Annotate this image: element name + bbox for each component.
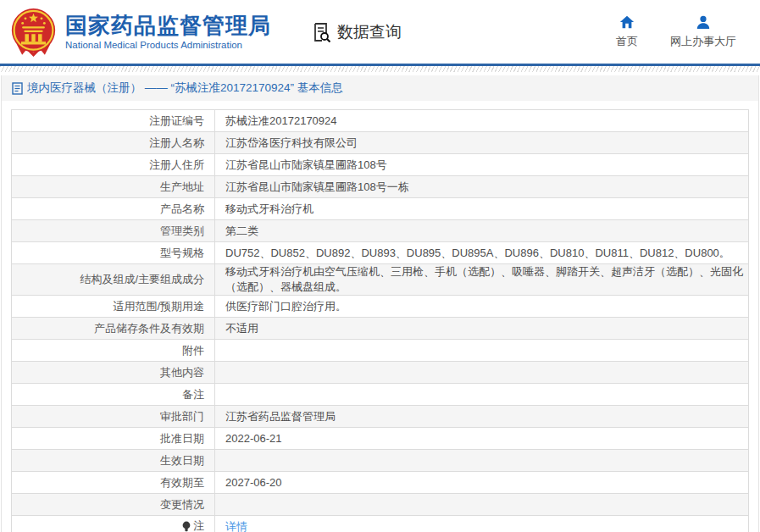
row-label: 型号规格 — [12, 242, 215, 264]
row-label-text: 注册人名称 — [149, 136, 204, 151]
row-label: 审批部门 — [12, 406, 215, 428]
row-label-text: 注册人住所 — [149, 158, 204, 173]
record-table-body: 注册证编号苏械注准20172170924注册人名称江苏岱洛医疗科技有限公司注册人… — [12, 110, 749, 532]
row-label: 附件 — [12, 340, 215, 362]
nmpa-logo: 国家药品监督管理局 National Medical Products Admi… — [10, 8, 271, 57]
site-subtitle: National Medical Products Administration — [65, 40, 271, 50]
row-label: 产品储存条件及有效期 — [12, 318, 215, 340]
row-value — [215, 340, 749, 362]
row-value: 2027-06-20 — [215, 472, 749, 494]
row-label: 备注 — [12, 384, 215, 406]
row-label-text: 适用范围/预期用途 — [113, 299, 204, 314]
row-label-text: 产品储存条件及有效期 — [94, 321, 204, 336]
nav-home[interactable]: 首页 — [616, 14, 638, 49]
row-value: 2022-06-21 — [215, 428, 749, 450]
row-label: 生产地址 — [12, 176, 215, 198]
table-row: 适用范围/预期用途供医疗部门口腔治疗用。 — [12, 296, 749, 318]
registration-detail-table-wrap: 注册证编号苏械注准20172170924注册人名称江苏岱洛医疗科技有限公司注册人… — [11, 109, 749, 532]
row-label-text: 生效日期 — [160, 453, 204, 468]
table-row: 备注 — [12, 384, 749, 406]
row-value — [215, 450, 749, 472]
table-row: 生效日期 — [12, 450, 749, 472]
row-label: 批准日期 — [12, 428, 215, 450]
row-value — [215, 494, 749, 516]
data-query-icon — [312, 22, 332, 42]
table-row: 结构及组成/主要组成成分移动式牙科治疗机由空气压缩机、三用枪、手机（选配）、吸唾… — [12, 264, 749, 296]
table-row: 生产地址江苏省昆山市陆家镇星圃路108号一栋 — [12, 176, 749, 198]
table-row: 注册证编号苏械注准20172170924 — [12, 110, 749, 132]
main-content: 境内医疗器械（注册） —— “苏械注准20172170924” 基本信息 注册证… — [1, 75, 759, 532]
row-label: 管理类别 — [12, 220, 215, 242]
table-row: 型号规格DU752、DU852、DU892、DU893、DU895、DU895A… — [12, 242, 749, 264]
home-icon — [619, 14, 635, 30]
breadcrumb-text: 境内医疗器械（注册） —— “苏械注准20172170924” 基本信息 — [27, 80, 343, 96]
row-label: 其他内容 — [12, 362, 215, 384]
table-row: 产品储存条件及有效期不适用 — [12, 318, 749, 340]
row-label: 生效日期 — [12, 450, 215, 472]
row-value: 详情 — [215, 516, 749, 532]
nav-online-hall-label: 网上办事大厅 — [670, 34, 736, 49]
details-link[interactable]: 详情 — [225, 520, 247, 532]
table-row: 注册人名称江苏岱洛医疗科技有限公司 — [12, 132, 749, 154]
row-label-text: 批准日期 — [160, 431, 204, 446]
row-value: 江苏省昆山市陆家镇星圃路108号一栋 — [215, 176, 749, 198]
table-row: 产品名称移动式牙科治疗机 — [12, 198, 749, 220]
row-label-text: 注 — [193, 518, 204, 532]
table-row: 其他内容 — [12, 362, 749, 384]
header-nav: 首页 网上办事大厅 — [616, 14, 736, 49]
row-label: 注 — [12, 516, 215, 532]
row-label-text: 审批部门 — [160, 409, 204, 424]
row-label-text: 附件 — [182, 343, 204, 358]
table-row: 附件 — [12, 340, 749, 362]
row-value: 移动式牙科治疗机由空气压缩机、三用枪、手机（选配）、吸唾器、脚踏开关、超声洁牙（… — [215, 264, 749, 296]
row-label: 有效期至 — [12, 472, 215, 494]
row-value: 不适用 — [215, 318, 749, 340]
row-value: 江苏省昆山市陆家镇星圃路108号 — [215, 154, 749, 176]
document-icon — [12, 82, 23, 95]
row-label-text: 管理类别 — [160, 224, 204, 239]
table-row: 管理类别第二类 — [12, 220, 749, 242]
table-row: 批准日期2022-06-21 — [12, 428, 749, 450]
row-label-text: 生产地址 — [160, 180, 204, 195]
user-icon — [696, 14, 711, 30]
data-query-section[interactable]: 数据查询 — [312, 21, 402, 43]
row-value: 移动式牙科治疗机 — [215, 198, 749, 220]
row-label: 结构及组成/主要组成成分 — [12, 264, 215, 296]
national-emblem-icon — [10, 8, 57, 57]
row-label: 产品名称 — [12, 198, 215, 220]
nav-online-hall[interactable]: 网上办事大厅 — [670, 14, 736, 49]
registration-detail-table: 注册证编号苏械注准20172170924注册人名称江苏岱洛医疗科技有限公司注册人… — [11, 109, 749, 532]
row-value: 江苏岱洛医疗科技有限公司 — [215, 132, 749, 154]
hatch-strip — [0, 66, 760, 72]
table-row: 注册人住所江苏省昆山市陆家镇星圃路108号 — [12, 154, 749, 176]
row-label: 注册证编号 — [12, 110, 215, 132]
row-label-text: 变更情况 — [160, 497, 204, 513]
row-value: 第二类 — [215, 220, 749, 242]
row-value: 苏械注准20172170924 — [215, 110, 749, 132]
row-label-text: 结构及组成/主要组成成分 — [80, 272, 204, 287]
table-row: 变更情况 — [12, 494, 749, 516]
page-header: 国家药品监督管理局 National Medical Products Admi… — [0, 0, 760, 64]
row-label-text: 注册证编号 — [149, 114, 204, 129]
breadcrumb: 境内医疗器械（注册） —— “苏械注准20172170924” 基本信息 — [2, 75, 758, 101]
table-row: 审批部门江苏省药品监督管理局 — [12, 406, 749, 428]
row-label: 注册人名称 — [12, 132, 215, 154]
row-label-text: 备注 — [182, 387, 204, 402]
row-label: 变更情况 — [12, 494, 215, 516]
row-label: 注册人住所 — [12, 154, 215, 176]
table-row: 注详情 — [12, 516, 749, 532]
row-label-text: 其他内容 — [160, 365, 204, 380]
row-label-text: 产品名称 — [160, 202, 204, 217]
bulb-icon — [182, 521, 191, 532]
row-value: DU752、DU852、DU892、DU893、DU895、DU895A、DU8… — [215, 242, 749, 264]
row-label-text: 型号规格 — [160, 246, 204, 261]
table-row: 有效期至2027-06-20 — [12, 472, 749, 494]
row-value — [215, 384, 749, 406]
site-title: 国家药品监督管理局 — [65, 14, 271, 39]
row-value — [215, 362, 749, 384]
nav-home-label: 首页 — [616, 34, 638, 49]
row-value: 江苏省药品监督管理局 — [215, 406, 749, 428]
row-value: 供医疗部门口腔治疗用。 — [215, 296, 749, 318]
row-label: 适用范围/预期用途 — [12, 296, 215, 318]
row-label-text: 有效期至 — [160, 475, 204, 490]
